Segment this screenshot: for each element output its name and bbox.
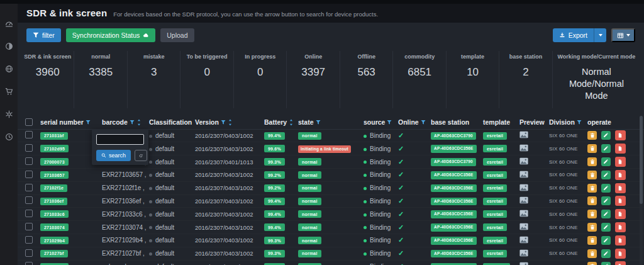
- template-badge[interactable]: esretail: [483, 198, 507, 205]
- row-checkbox[interactable]: [25, 184, 33, 191]
- preview-icon[interactable]: [519, 157, 549, 166]
- sort-icon[interactable]: [136, 119, 142, 126]
- base-station-badge[interactable]: AP-40D63CDC356E: [431, 145, 477, 153]
- serial-badge[interactable]: 271036ef: [40, 198, 67, 205]
- delete-button[interactable]: [587, 184, 597, 193]
- row-checkbox[interactable]: [25, 236, 33, 244]
- template-badge[interactable]: esretail: [483, 250, 507, 257]
- globe-icon[interactable]: [4, 64, 13, 73]
- file-button[interactable]: [615, 235, 626, 245]
- edit-button[interactable]: [601, 262, 611, 265]
- delete-button[interactable]: [587, 144, 597, 153]
- sort-icon[interactable]: [228, 119, 233, 126]
- preview-icon[interactable]: [519, 262, 549, 265]
- filter-icon[interactable]: [387, 120, 392, 125]
- export-dropdown-caret[interactable]: [594, 28, 606, 42]
- contrast-icon[interactable]: [4, 42, 13, 50]
- row-checkbox[interactable]: [25, 131, 33, 138]
- preview-icon[interactable]: [519, 131, 549, 140]
- serial-badge[interactable]: 27103657: [40, 171, 69, 179]
- edit-button[interactable]: [601, 223, 611, 232]
- base-station-badge[interactable]: AP-40D63CDC3790: [431, 158, 476, 166]
- row-checkbox[interactable]: [25, 144, 33, 152]
- filter-icon[interactable]: [421, 120, 426, 125]
- preview-icon[interactable]: [519, 144, 549, 153]
- preview-icon[interactable]: [519, 196, 549, 205]
- scrollbar-track[interactable]: [640, 116, 643, 265]
- columns-button[interactable]: [611, 28, 635, 42]
- edit-button[interactable]: [601, 210, 611, 218]
- file-button[interactable]: [615, 249, 626, 259]
- edit-button[interactable]: [601, 171, 611, 179]
- barcode-search-input[interactable]: [96, 134, 144, 145]
- serial-badge[interactable]: 27103074: [40, 223, 69, 231]
- file-button[interactable]: [615, 157, 626, 167]
- delete-button[interactable]: [587, 223, 597, 232]
- filter-icon[interactable]: [86, 120, 91, 125]
- delete-button[interactable]: [587, 210, 597, 218]
- base-station-badge[interactable]: AP-40D63CDC356E: [431, 210, 477, 218]
- row-checkbox[interactable]: [25, 249, 33, 257]
- serial-badge[interactable]: 271033a0: [40, 263, 69, 265]
- template-badge[interactable]: esretail: [483, 223, 507, 231]
- row-checkbox[interactable]: [25, 262, 33, 265]
- scrollbar-thumb[interactable]: [640, 116, 643, 204]
- template-badge[interactable]: esretail: [483, 145, 507, 152]
- serial-badge[interactable]: 271033c6: [40, 210, 69, 218]
- edit-button[interactable]: [601, 157, 611, 166]
- file-button[interactable]: [615, 222, 626, 232]
- serial-badge[interactable]: 271031bf: [40, 132, 68, 140]
- serial-badge[interactable]: 271027bf: [40, 250, 68, 257]
- base-station-badge[interactable]: AP-40D63CDC356E: [431, 250, 477, 258]
- row-checkbox[interactable]: [25, 210, 33, 217]
- file-button[interactable]: [615, 170, 626, 180]
- filter-icon[interactable]: [130, 120, 135, 125]
- edit-button[interactable]: [601, 184, 611, 193]
- preview-icon[interactable]: [519, 223, 549, 232]
- preview-icon[interactable]: [519, 171, 549, 179]
- preview-icon[interactable]: [519, 249, 549, 258]
- clock-icon[interactable]: [4, 132, 13, 141]
- filter-button[interactable]: filter: [26, 28, 61, 42]
- row-checkbox[interactable]: [25, 171, 33, 178]
- preview-icon[interactable]: [519, 184, 549, 193]
- base-station-badge[interactable]: AP-40D63CDC356E: [431, 171, 477, 179]
- filter-icon[interactable]: [316, 120, 321, 125]
- template-badge[interactable]: esretail: [483, 158, 507, 166]
- delete-button[interactable]: [587, 262, 597, 265]
- row-checkbox[interactable]: [25, 157, 33, 165]
- preview-icon[interactable]: [519, 236, 549, 245]
- serial-badge[interactable]: 271029b4: [40, 237, 69, 244]
- base-station-badge[interactable]: AP-40D63CDC356E: [431, 223, 477, 232]
- row-checkbox[interactable]: [25, 196, 33, 204]
- template-badge[interactable]: esretail: [483, 210, 507, 218]
- sync-status-button[interactable]: Synchronization Status: [66, 28, 155, 42]
- delete-button[interactable]: [587, 157, 597, 166]
- edit-button[interactable]: [601, 144, 611, 153]
- gear-icon[interactable]: [4, 110, 13, 118]
- export-button[interactable]: Export: [553, 28, 594, 42]
- filter-icon[interactable]: [577, 120, 582, 125]
- edit-button[interactable]: [601, 236, 611, 245]
- delete-button[interactable]: [587, 196, 597, 205]
- delete-button[interactable]: [587, 236, 597, 245]
- template-badge[interactable]: esretail: [483, 132, 507, 140]
- template-badge[interactable]: esretail: [483, 237, 507, 244]
- base-station-badge[interactable]: AP-40D63CDC356E: [431, 237, 477, 245]
- template-badge[interactable]: esretail: [483, 171, 507, 179]
- edit-button[interactable]: [601, 249, 611, 258]
- cart-icon[interactable]: [4, 87, 13, 96]
- file-button[interactable]: [615, 209, 626, 219]
- delete-button[interactable]: [587, 171, 597, 179]
- base-station-badge[interactable]: AP-40D63CDC3790: [431, 132, 476, 140]
- file-button[interactable]: [615, 261, 626, 265]
- edit-button[interactable]: [601, 196, 611, 205]
- delete-button[interactable]: [587, 249, 597, 258]
- file-button[interactable]: [615, 130, 626, 140]
- dashboard-icon[interactable]: [4, 19, 13, 28]
- file-button[interactable]: [615, 144, 626, 154]
- upload-button[interactable]: Upload: [160, 28, 194, 42]
- sort-icon[interactable]: [289, 119, 294, 126]
- search-button[interactable]: search: [96, 150, 131, 161]
- base-station-badge[interactable]: AP-40D63CDC356E: [431, 263, 477, 265]
